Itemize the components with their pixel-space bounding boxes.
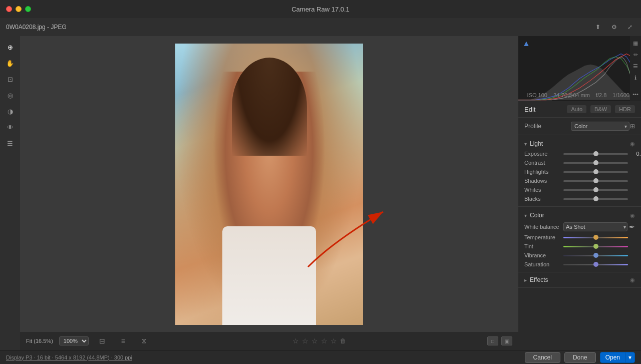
saturation-label: Saturation — [524, 261, 560, 267]
bw-button[interactable]: B&W — [590, 105, 611, 113]
star-1[interactable]: ☆ — [292, 337, 299, 345]
highlight-clip-icon[interactable]: ▲ — [522, 39, 530, 48]
edit-title: Edit — [524, 106, 535, 113]
color-section-header[interactable]: ▾ Color ◉ — [518, 210, 641, 221]
temperature-label: Temperature — [524, 234, 560, 240]
color-section-header-left: ▾ Color — [524, 212, 544, 219]
expand-icon[interactable]: ⤢ — [625, 22, 635, 32]
histogram-btn[interactable]: ▦ — [630, 38, 640, 48]
split-view-btn[interactable]: ▣ — [501, 336, 512, 345]
histogram-toolbar: ▦ ✏ ☰ ℹ ••• — [630, 36, 641, 101]
close-button[interactable] — [6, 6, 12, 12]
effects-section: ▸ Effects ◉ — [518, 272, 641, 288]
status-bar: Display P3 · 16 bit · 5464 x 8192 (44.8M… — [0, 350, 641, 364]
profile-select-container: Color Adobe Standard Adobe Landscape ▾ ⊞ — [571, 122, 635, 131]
star-4[interactable]: ☆ — [321, 337, 328, 345]
saturation-slider[interactable] — [563, 264, 628, 265]
left-toolbar: ⊕ ✋ ⊡ ◎ ◑ 👁 ☰ — [0, 36, 20, 350]
cancel-button[interactable]: Cancel — [525, 352, 560, 363]
highlights-value: 0 — [631, 169, 641, 175]
star-2[interactable]: ☆ — [302, 337, 308, 345]
profile-grid-icon[interactable]: ⊞ — [630, 123, 635, 130]
status-text: Display P3 · 16 bit · 5464 x 8192 (44.8M… — [6, 354, 132, 360]
effects-section-header-left: ▸ Effects — [524, 276, 548, 283]
file-bar-actions: ⬆ ⚙ ⤢ — [593, 22, 635, 32]
zoom-select[interactable]: 100% 50% 200% — [59, 336, 89, 345]
profile-row: Profile Color Adobe Standard Adobe Lands… — [518, 118, 641, 135]
star-3[interactable]: ☆ — [311, 337, 318, 345]
color-section-title: Color — [530, 212, 544, 219]
effects-section-header[interactable]: ▸ Effects ◉ — [518, 273, 641, 286]
view-list-icon[interactable]: ≡ — [116, 334, 131, 348]
vibrance-row: Vibrance 0 — [518, 251, 641, 260]
aperture-info: f/2.8 — [596, 92, 606, 98]
star-5[interactable]: ☆ — [331, 337, 337, 345]
white-balance-select[interactable]: As Shot Auto Daylight Cloudy Shade Tungs… — [563, 222, 627, 231]
blacks-value: 0 — [631, 196, 641, 202]
light-section-header[interactable]: ▾ Light ◉ — [518, 138, 641, 149]
presets-panel-btn[interactable]: ☰ — [630, 61, 640, 71]
edit-panel-btn[interactable]: ✏ — [630, 50, 640, 60]
red-eye-tool[interactable]: 👁 — [3, 120, 18, 134]
filmstrip-icon[interactable]: ⊟ — [95, 334, 110, 348]
info-panel-btn[interactable]: ℹ — [630, 73, 640, 83]
white-balance-picker-icon[interactable]: ✒ — [629, 223, 635, 231]
blacks-slider[interactable] — [563, 198, 628, 200]
effects-visibility-icon[interactable]: ◉ — [630, 277, 635, 283]
auto-button[interactable]: Auto — [567, 105, 586, 113]
blacks-row: Blacks 0 — [518, 194, 641, 203]
whites-slider[interactable] — [563, 189, 628, 191]
single-view-btn[interactable]: □ — [487, 336, 498, 345]
exposure-slider[interactable] — [563, 153, 628, 155]
whites-row: Whites 0 — [518, 185, 641, 194]
histogram-area: ▲ ISO 100 24-70@64 mm f/2.8 1/1600s ▦ ✏ … — [518, 36, 641, 101]
hand-tool[interactable]: ✋ — [3, 56, 18, 70]
lens-info: 24-70@64 mm — [553, 92, 590, 98]
crop-tool[interactable]: ⊡ — [3, 72, 18, 86]
done-button[interactable]: Done — [564, 352, 596, 363]
temperature-slider[interactable] — [563, 237, 628, 238]
open-button[interactable]: Open — [600, 352, 625, 363]
share-icon[interactable]: ⬆ — [593, 22, 603, 32]
preset-tool[interactable]: ☰ — [3, 136, 18, 150]
mask-tool[interactable]: ◑ — [3, 104, 18, 118]
effects-section-title: Effects — [530, 276, 548, 283]
saturation-row: Saturation 0 — [518, 260, 641, 269]
contrast-label: Contrast — [524, 160, 560, 166]
color-visibility-icon[interactable]: ◉ — [630, 212, 635, 219]
whites-label: Whites — [524, 187, 560, 193]
exposure-label: Exposure — [524, 151, 560, 157]
contrast-value: 0 — [631, 160, 641, 166]
heal-tool[interactable]: ◎ — [3, 88, 18, 102]
white-balance-row: White balance As Shot Auto Daylight Clou… — [518, 221, 641, 233]
hdr-button[interactable]: HDR — [615, 105, 635, 113]
open-button-group: Open ▾ — [600, 352, 635, 363]
tint-value: 0 — [631, 243, 641, 249]
traffic-lights — [6, 6, 31, 12]
more-options-btn[interactable]: ••• — [630, 89, 640, 99]
highlights-slider[interactable] — [563, 171, 628, 173]
edit-mode-buttons: Auto B&W HDR — [567, 105, 635, 113]
shadows-slider[interactable] — [563, 180, 628, 182]
light-section-title: Light — [530, 140, 543, 147]
bottom-right-views: □ ▣ — [487, 336, 512, 345]
minimize-button[interactable] — [16, 6, 22, 12]
main-image — [175, 44, 363, 325]
open-dropdown-button[interactable]: ▾ — [625, 352, 635, 363]
filter-icon[interactable]: ⧖ — [137, 334, 152, 348]
edit-panel: Edit Auto B&W HDR Profile Color Adobe St… — [518, 101, 641, 350]
contrast-slider[interactable] — [563, 162, 628, 164]
profile-select[interactable]: Color Adobe Standard Adobe Landscape — [571, 122, 629, 131]
right-panel: ▲ ISO 100 24-70@64 mm f/2.8 1/1600s ▦ ✏ … — [518, 36, 641, 350]
light-chevron-icon: ▾ — [524, 141, 527, 147]
vibrance-slider[interactable] — [563, 255, 628, 256]
shadows-label: Shadows — [524, 178, 560, 184]
maximize-button[interactable] — [25, 6, 31, 12]
iso-info: ISO 100 — [527, 92, 547, 98]
vibrance-label: Vibrance — [524, 252, 560, 258]
gear-icon[interactable]: ⚙ — [609, 22, 619, 32]
delete-button[interactable]: 🗑 — [340, 337, 346, 344]
zoom-tool[interactable]: ⊕ — [3, 40, 18, 54]
light-visibility-icon[interactable]: ◉ — [630, 141, 635, 147]
tint-slider[interactable] — [563, 246, 628, 247]
